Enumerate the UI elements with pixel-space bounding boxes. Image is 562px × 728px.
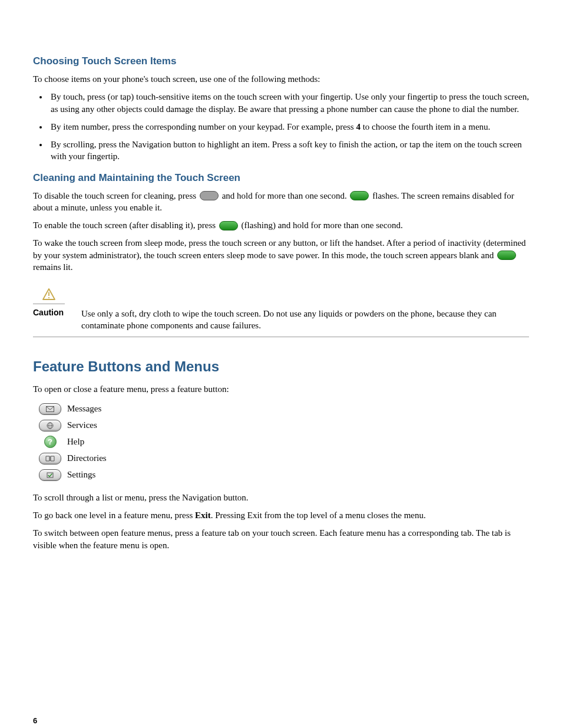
feature-row-settings: Settings [33,467,529,483]
display-button-green-icon [219,221,238,230]
feature-label: Help [67,437,84,447]
paragraph: To go back one level in a feature menu, … [33,509,529,521]
page-number: 6 [33,716,529,725]
caution-block: Caution Use only a soft, dry cloth to wi… [33,288,529,337]
heading-choosing-items: Choosing Touch Screen Items [33,55,529,67]
feature-button-list: Messages Services ? Help Directories [33,401,529,483]
feature-label: Directories [67,453,107,463]
heading-cleaning: Cleaning and Maintaining the Touch Scree… [33,172,529,184]
services-button-icon [39,420,61,431]
list-item: By scrolling, press the Navigation butto… [48,139,529,163]
display-button-icon [200,191,219,200]
feature-label: Settings [67,470,95,480]
directories-button-icon [39,453,61,465]
feature-label: Services [67,420,97,430]
messages-button-icon [39,403,61,415]
caution-label: Caution [33,308,81,332]
feature-row-help: ? Help [33,434,529,450]
list-item: By touch, press (or tap) touch-sensitive… [48,91,529,115]
help-button-icon: ? [44,436,57,448]
document-page: Choosing Touch Screen Items To choose it… [0,0,562,728]
paragraph: To enable the touch screen (after disabl… [33,219,529,231]
svg-point-2 [48,297,49,298]
settings-button-icon [39,469,61,481]
paragraph: To switch between open feature menus, pr… [33,527,529,551]
paragraph: To disable the touch screen for cleaning… [33,190,529,214]
feature-row-directories: Directories [33,450,529,467]
feature-label: Messages [67,404,101,414]
feature-row-messages: Messages [33,401,529,417]
paragraph: To choose items on your phone's touch sc… [33,73,529,85]
feature-row-services: Services [33,417,529,434]
paragraph: To open or close a feature menu, press a… [33,383,529,395]
display-button-green-icon [497,251,516,260]
paragraph: To wake the touch screen from sleep mode… [33,237,529,273]
display-button-green-icon [350,191,369,200]
paragraph: To scroll through a list or menu, press … [33,492,529,503]
list-item: By item number, press the corresponding … [48,121,529,133]
caution-icon [42,288,55,302]
caution-text: Use only a soft, dry cloth to wipe the t… [81,308,529,332]
heading-feature-buttons: Feature Buttons and Menus [33,358,529,375]
bullet-list: By touch, press (or tap) touch-sensitive… [33,91,529,162]
